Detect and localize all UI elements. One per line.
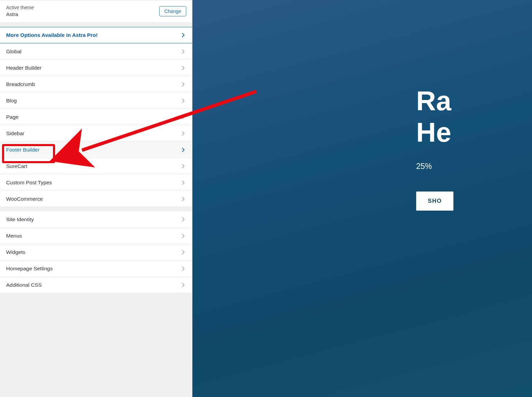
panel-menus[interactable]: Menus [0,228,192,244]
customizer-sidebar: Active theme Astra Change More Options A… [0,0,192,397]
change-theme-button[interactable]: Change [159,6,186,16]
panel-header-builder[interactable]: Header Builder [0,60,192,76]
chevron-right-icon [180,32,186,38]
panel-label: Additional CSS [6,282,42,288]
chevron-right-icon [180,114,186,120]
chevron-right-icon [180,216,186,223]
chevron-right-icon [180,163,186,169]
hero-subtext: 25% [416,162,453,171]
panel-label: SureCart [6,163,27,169]
panel-custom-post-types[interactable]: Custom Post Types [0,174,192,191]
panel-homepage-settings[interactable]: Homepage Settings [0,260,192,277]
chevron-right-icon [180,147,186,153]
active-theme-name: Astra [6,11,34,18]
panel-label: Sidebar [6,130,24,137]
hero-heading-line1: Ra [416,86,451,116]
panel-label: Breadcrumb [6,81,35,87]
chevron-right-icon [180,65,186,71]
panel-label: Site Identity [6,216,34,223]
hero-heading-line2: He [416,117,451,147]
panel-global[interactable]: Global [0,43,192,60]
panel-widgets[interactable]: Widgets [0,244,192,260]
site-preview: Ra He 25% SHO [192,0,532,397]
secondary-panels: Site IdentityMenusWidgetsHomepage Settin… [0,211,192,293]
panel-page[interactable]: Page [0,109,192,125]
panel-footer-builder[interactable]: Footer Builder [0,142,192,158]
panel-label: Footer Builder [6,147,39,153]
chevron-right-icon [180,180,186,186]
primary-panels: More Options Available in Astra Pro!Glob… [0,27,192,207]
panel-label: Blog [6,98,17,104]
panel-label: Page [6,114,18,120]
panel-label: Widgets [6,249,25,255]
theme-header: Active theme Astra Change [0,0,192,23]
panel-additional-css[interactable]: Additional CSS [0,277,192,293]
chevron-right-icon [180,233,186,239]
panel-blog[interactable]: Blog [0,93,192,109]
panel-astra-pro-promo[interactable]: More Options Available in Astra Pro! [0,27,192,43]
panel-label: WooCommerce [6,196,43,202]
shop-now-button[interactable]: SHO [416,192,453,211]
panel-site-identity[interactable]: Site Identity [0,211,192,228]
panel-label: Homepage Settings [6,266,53,272]
panel-label: More Options Available in Astra Pro! [6,32,98,38]
chevron-right-icon [180,81,186,87]
panel-breadcrumb[interactable]: Breadcrumb [0,76,192,93]
chevron-right-icon [180,48,186,55]
active-theme-label: Active theme [6,4,34,11]
panel-label: Header Builder [6,65,41,71]
chevron-right-icon [180,266,186,272]
panel-woocommerce[interactable]: WooCommerce [0,191,192,207]
panel-label: Custom Post Types [6,180,52,186]
chevron-right-icon [180,130,186,137]
panel-surecart[interactable]: SureCart [0,158,192,174]
panel-sidebar[interactable]: Sidebar [0,125,192,142]
panel-label: Global [6,48,22,55]
chevron-right-icon [180,249,186,255]
panel-label: Menus [6,233,22,239]
chevron-right-icon [180,98,186,104]
chevron-right-icon [180,282,186,288]
chevron-right-icon [180,196,186,202]
